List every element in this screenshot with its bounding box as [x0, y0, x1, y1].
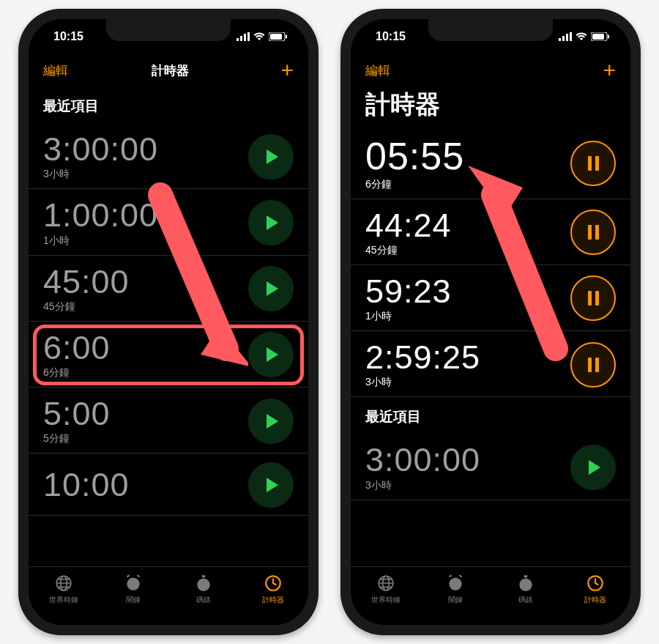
list-item[interactable]: 3:00:00 3小時	[351, 434, 630, 500]
timer-value: 59:23	[365, 274, 452, 308]
timer-value: 1:00:00	[43, 198, 158, 232]
pause-icon	[588, 225, 599, 240]
tab-bar: 世界時鐘 鬧鐘 碼錶 計時器	[29, 566, 308, 625]
pause-button[interactable]	[570, 342, 616, 388]
svg-rect-15	[559, 38, 561, 41]
phone-right: 10:15 編輯 + 計時器 05:55 6分鐘 4	[340, 9, 641, 635]
cellular-icon	[559, 32, 572, 41]
timer-icon	[264, 574, 283, 593]
list-item[interactable]: 45:00 45分鐘	[29, 256, 308, 322]
svg-rect-20	[592, 34, 604, 40]
list-item[interactable]: 2:59:25 3小時	[351, 331, 630, 397]
phone-left: 10:15 編輯 計時器 + 最近項目 3:00:00 3小時	[18, 9, 319, 635]
play-button[interactable]	[248, 399, 294, 444]
tab-stopwatch[interactable]: 碼錶	[491, 567, 561, 612]
play-icon	[267, 281, 278, 296]
globe-icon	[376, 574, 395, 593]
timer-label: 1小時	[43, 234, 158, 248]
alarm-icon	[446, 574, 465, 593]
play-button[interactable]	[570, 445, 616, 490]
list-item[interactable]: 05:55 6分鐘	[351, 127, 630, 199]
add-button[interactable]: +	[594, 58, 616, 83]
tab-timer[interactable]: 計時器	[239, 567, 309, 612]
notch	[428, 19, 553, 41]
list-item[interactable]: 10:00	[29, 454, 308, 516]
tab-label: 鬧鐘	[126, 595, 141, 605]
tab-label: 計時器	[262, 595, 284, 605]
edit-button[interactable]: 編輯	[43, 62, 68, 79]
svg-rect-0	[237, 38, 239, 41]
svg-point-9	[127, 577, 140, 590]
list-item[interactable]: 59:23 1小時	[351, 265, 630, 331]
list-item-highlighted[interactable]: 6:00 6分鐘	[29, 322, 308, 388]
timer-label: 45分鐘	[365, 244, 452, 257]
nav-bar: 編輯 計時器 +	[29, 54, 308, 86]
play-button[interactable]	[248, 200, 294, 245]
wifi-icon	[576, 32, 587, 41]
play-button[interactable]	[248, 266, 294, 311]
tab-alarm[interactable]: 鬧鐘	[99, 567, 169, 612]
section-header-recent: 最近項目	[29, 86, 308, 123]
svg-rect-6	[286, 35, 287, 39]
wifi-icon	[253, 32, 265, 41]
svg-rect-11	[202, 575, 205, 577]
section-header-recent: 最近項目	[351, 397, 630, 434]
svg-rect-18	[570, 32, 572, 41]
running-timers-list[interactable]: 05:55 6分鐘 44:24 45分鐘 59:23 1小時	[351, 127, 630, 566]
timer-label: 1小時	[365, 310, 452, 323]
list-item[interactable]: 44:24 45分鐘	[351, 199, 630, 265]
pause-icon	[588, 156, 599, 171]
svg-point-10	[197, 579, 209, 591]
cellular-icon	[237, 32, 250, 41]
play-icon	[267, 414, 278, 429]
timer-list[interactable]: 3:00:00 3小時 1:00:00 1小時 45:00 45分鐘	[29, 123, 308, 566]
timer-value: 5:00	[43, 396, 111, 431]
tab-label: 世界時鐘	[49, 595, 78, 605]
tab-label: 計時器	[584, 595, 606, 605]
pause-button[interactable]	[570, 275, 616, 321]
tab-world-clock[interactable]: 世界時鐘	[29, 567, 99, 612]
timer-value: 44:24	[365, 208, 452, 243]
play-icon	[267, 215, 278, 230]
play-icon	[589, 460, 600, 475]
pause-icon	[588, 358, 599, 372]
tab-label: 碼錶	[196, 595, 211, 605]
notch	[106, 19, 231, 41]
pause-button[interactable]	[570, 141, 616, 186]
list-item[interactable]: 3:00:00 3小時	[29, 123, 308, 189]
timer-icon	[586, 574, 605, 593]
svg-rect-2	[244, 34, 246, 41]
timer-label: 45分鐘	[43, 300, 130, 314]
timer-label: 6分鐘	[365, 178, 464, 191]
stopwatch-icon	[516, 574, 535, 593]
list-item[interactable]: 1:00:00 1小時	[29, 189, 308, 255]
play-button[interactable]	[248, 332, 294, 377]
svg-rect-21	[608, 35, 609, 39]
timer-label: 6分鐘	[43, 366, 111, 380]
play-button[interactable]	[248, 462, 294, 508]
list-item[interactable]: 5:00 5分鐘	[29, 388, 308, 454]
play-icon	[267, 478, 278, 492]
page-title: 計時器	[351, 86, 630, 127]
play-icon	[267, 149, 278, 164]
screen: 10:15 編輯 + 計時器 05:55 6分鐘 4	[351, 19, 630, 625]
status-time: 10:15	[376, 30, 406, 43]
svg-rect-1	[240, 36, 242, 41]
tab-label: 碼錶	[518, 595, 533, 605]
nav-bar: 編輯 +	[351, 54, 630, 86]
play-icon	[267, 347, 278, 362]
tab-bar: 世界時鐘 鬧鐘 碼錶 計時器	[351, 566, 630, 625]
pause-button[interactable]	[570, 210, 616, 255]
tab-label: 世界時鐘	[371, 595, 401, 605]
add-button[interactable]: +	[272, 58, 294, 83]
timer-value: 05:55	[365, 136, 464, 177]
edit-button[interactable]: 編輯	[365, 62, 390, 79]
tab-world-clock[interactable]: 世界時鐘	[351, 567, 421, 612]
pause-icon	[588, 291, 599, 306]
tab-alarm[interactable]: 鬧鐘	[421, 567, 491, 612]
tab-stopwatch[interactable]: 碼錶	[168, 567, 239, 612]
timer-value: 3:00:00	[43, 132, 158, 166]
play-button[interactable]	[248, 134, 294, 179]
stopwatch-icon	[194, 574, 213, 593]
tab-timer[interactable]: 計時器	[561, 567, 631, 612]
